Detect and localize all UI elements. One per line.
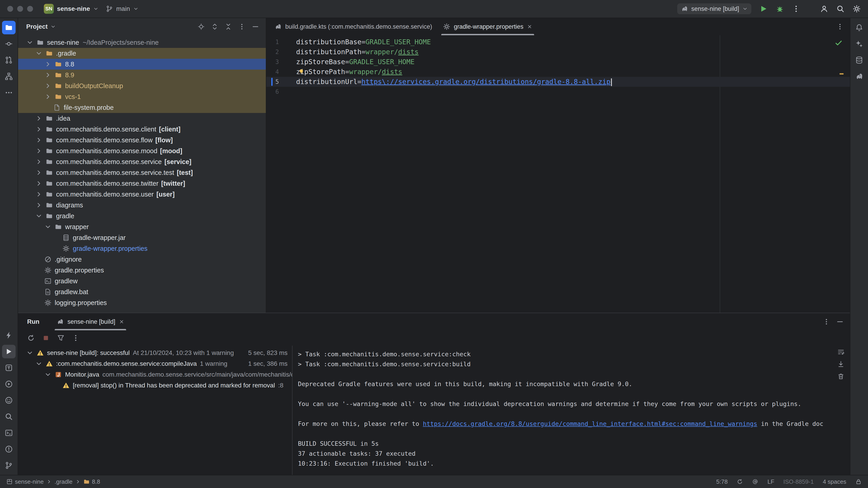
lock-icon[interactable]: [855, 479, 862, 485]
expand-toggle-icon[interactable]: [35, 147, 42, 155]
tool-window-button-run[interactable]: [2, 345, 16, 358]
run-options-icon[interactable]: [823, 318, 830, 325]
project-tree-item[interactable]: logging.properties: [18, 297, 266, 308]
zoom-window-button[interactable]: [27, 6, 33, 12]
clear-button[interactable]: [837, 373, 844, 380]
tool-window-button-ai-assistant[interactable]: [852, 37, 866, 51]
encoding-widget[interactable]: ISO-8859-1: [783, 478, 814, 485]
tool-window-button-todo[interactable]: [2, 361, 16, 375]
hide-panel-icon[interactable]: [836, 318, 844, 325]
run-console[interactable]: > Task :com.mechanitis.demo.sense.servic…: [292, 346, 850, 475]
options-button[interactable]: [72, 334, 80, 342]
rerun-button[interactable]: [27, 334, 35, 342]
search-everywhere-button[interactable]: [834, 2, 847, 15]
project-tree-item[interactable]: gradle-wrapper.properties: [18, 243, 266, 254]
collapse-toggle-icon[interactable]: [44, 371, 52, 378]
more-actions-button[interactable]: [789, 2, 803, 15]
tool-window-button-database[interactable]: [852, 53, 866, 67]
expand-toggle-icon[interactable]: [44, 82, 52, 90]
expand-toggle-icon[interactable]: [35, 158, 42, 165]
run-tree-item[interactable]: :com.mechanitis.demo.sense.service:compi…: [18, 358, 292, 369]
collapse-toggle-icon[interactable]: [35, 360, 42, 367]
tool-window-button-structure[interactable]: [2, 70, 16, 83]
chevron-down-icon[interactable]: [51, 24, 56, 29]
filter-button[interactable]: [57, 334, 65, 342]
project-tree-item[interactable]: com.mechanitis.demo.sense.flow[flow]: [18, 135, 266, 145]
inspections-ok-icon[interactable]: [835, 39, 843, 47]
project-tree-item[interactable]: .gradle: [18, 48, 266, 59]
at-icon[interactable]: [752, 479, 758, 485]
run-tree-item[interactable]: sense-nine [build]: successfulAt 21/10/2…: [18, 348, 292, 358]
editor-line[interactable]: 1distributionBase=GRADLE_USER_HOME: [266, 37, 850, 47]
project-tree-item[interactable]: .gitignore: [18, 254, 266, 265]
project-tree-item[interactable]: 8.8: [18, 59, 266, 70]
line-separator-widget[interactable]: LF: [767, 478, 774, 485]
expand-toggle-icon[interactable]: [35, 126, 42, 133]
sync-icon[interactable]: [737, 479, 743, 485]
options-button[interactable]: [236, 21, 248, 33]
locate-button[interactable]: [195, 21, 207, 33]
settings-button[interactable]: [850, 2, 864, 15]
editor-line[interactable]: 4zipStorePath=wrapper/dists: [266, 67, 850, 77]
project-tree-item[interactable]: diagrams: [18, 200, 266, 210]
expand-toggle-icon[interactable]: [44, 71, 52, 78]
editor-line[interactable]: 2distributionPath=wrapper/dists: [266, 47, 850, 57]
expand-toggle-icon[interactable]: [35, 201, 42, 209]
soft-wrap-button[interactable]: [837, 348, 844, 356]
branch-selector[interactable]: main: [102, 3, 142, 14]
tool-window-button-services[interactable]: [2, 377, 16, 391]
project-tree-item[interactable]: gradlew: [18, 275, 266, 287]
tool-window-button-gradle[interactable]: [852, 70, 866, 83]
project-tree-item[interactable]: com.mechanitis.demo.sense.twitter[twitte…: [18, 178, 266, 189]
collapse-toggle-icon[interactable]: [26, 39, 33, 46]
editor-line[interactable]: 6: [266, 87, 850, 97]
breadcrumb-item[interactable]: 8.8: [84, 478, 100, 485]
minimize-window-button[interactable]: [17, 6, 23, 12]
tool-window-button-pull-requests[interactable]: [2, 53, 16, 67]
project-tree-item[interactable]: sense-nine~/IdeaProjects/sense-nine: [18, 37, 266, 48]
tab-options-icon[interactable]: [836, 23, 844, 30]
expand-toggle-icon[interactable]: [44, 61, 52, 68]
project-tree-item[interactable]: com.mechanitis.demo.sense.client[client]: [18, 124, 266, 135]
collapse-toggle-icon[interactable]: [44, 223, 52, 230]
debug-button[interactable]: [773, 2, 786, 15]
tool-window-button-commit[interactable]: [2, 37, 16, 51]
project-tree-item[interactable]: vcs-1: [18, 91, 266, 102]
url-link[interactable]: https\://services.gradle.org/distributio…: [362, 78, 611, 86]
run-tree-item[interactable]: Monitor.javacom.mechanitis.demo.sense.se…: [18, 369, 292, 380]
tool-window-button-build[interactable]: [2, 328, 16, 342]
project-tree-item[interactable]: gradle.properties: [18, 265, 266, 275]
project-tree-item[interactable]: .idea: [18, 113, 266, 124]
project-tree-item[interactable]: com.mechanitis.demo.sense.user[user]: [18, 189, 266, 200]
project-tree-item[interactable]: 8.9: [18, 70, 266, 80]
expand-all-button[interactable]: [209, 21, 221, 33]
project-tree-item[interactable]: wrapper: [18, 221, 266, 232]
expand-toggle-icon[interactable]: [44, 93, 52, 100]
collapse-all-button[interactable]: [222, 21, 234, 33]
editor-tab[interactable]: gradle-wrapper.properties: [438, 18, 538, 35]
tool-window-button-terminal[interactable]: [2, 426, 16, 440]
tool-window-button-notifications[interactable]: [852, 21, 866, 34]
close-window-button[interactable]: [7, 6, 13, 12]
run-tree-item[interactable]: [removal] stop() in Thread has been depr…: [18, 380, 292, 391]
tool-window-button-project[interactable]: [2, 21, 16, 34]
tool-window-button-problems[interactable]: [2, 442, 16, 456]
run-tab[interactable]: sense-nine [build]: [52, 313, 129, 330]
project-tree-item[interactable]: com.mechanitis.demo.sense.mood[mood]: [18, 145, 266, 156]
breadcrumb-item[interactable]: sense-nine: [6, 478, 43, 485]
collapse-toggle-icon[interactable]: [35, 50, 42, 57]
editor-line[interactable]: 3zipStoreBase=GRADLE_USER_HOME: [266, 57, 850, 67]
project-tree-item[interactable]: buildOutputCleanup: [18, 80, 266, 91]
console-link[interactable]: https://docs.gradle.org/8.8/userguide/co…: [423, 420, 757, 427]
caret-position-widget[interactable]: 5:78: [716, 478, 728, 485]
tool-window-button-version-control[interactable]: [2, 459, 16, 472]
close-tab-icon[interactable]: [119, 319, 124, 324]
tool-window-button-more-tools[interactable]: [2, 86, 16, 99]
expand-toggle-icon[interactable]: [35, 136, 42, 144]
hide-button[interactable]: [250, 21, 261, 33]
indent-widget[interactable]: 4 spaces: [823, 478, 846, 485]
project-tree-item[interactable]: gradle-wrapper.jar: [18, 232, 266, 243]
project-tree-item[interactable]: gradlew.bat: [18, 287, 266, 297]
editor-tab[interactable]: build.gradle.kts (:com.mechanitis.demo.s…: [269, 18, 438, 35]
scroll-to-end-button[interactable]: [837, 361, 844, 368]
